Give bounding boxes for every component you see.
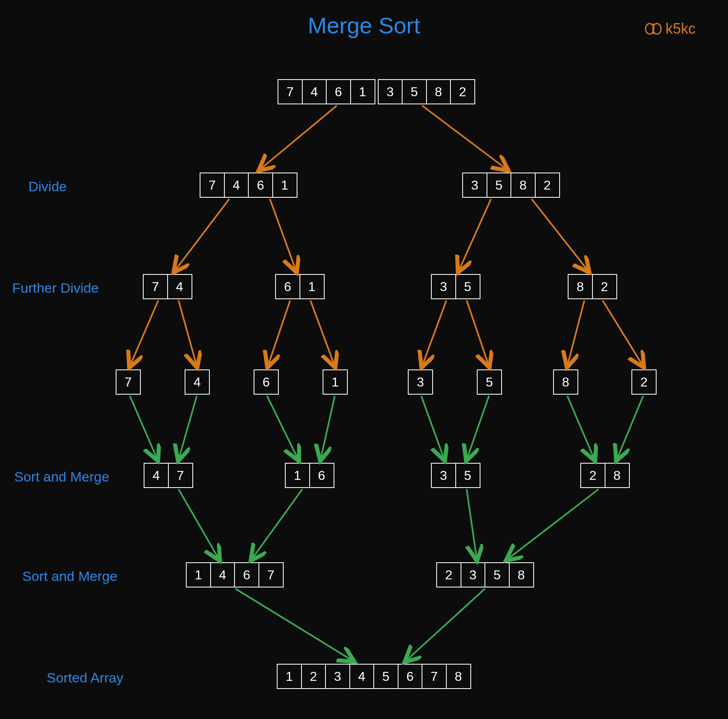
array-level3-7: 2 bbox=[631, 369, 657, 395]
cell: 3 bbox=[431, 463, 456, 488]
brand-text: k5kc bbox=[666, 20, 696, 37]
merge-arrow bbox=[321, 396, 335, 460]
array-level2-3: 8 2 bbox=[568, 274, 617, 299]
cell: 6 bbox=[309, 463, 334, 488]
stage-label-divide: Divide bbox=[28, 179, 67, 194]
array-level3-6: 8 bbox=[553, 369, 578, 395]
cell: 7 bbox=[422, 664, 447, 689]
merge-arrow bbox=[421, 396, 444, 460]
divide-arrow bbox=[270, 199, 296, 271]
cell: 1 bbox=[272, 173, 297, 198]
cell: 2 bbox=[301, 664, 326, 689]
merge-arrow bbox=[235, 589, 353, 661]
cell: 4 bbox=[302, 79, 327, 104]
stage-label-sort-merge-1: Sort and Merge bbox=[14, 469, 109, 485]
cell: 8 bbox=[446, 664, 471, 689]
cell: 5 bbox=[487, 173, 512, 198]
cell: 3 bbox=[431, 274, 456, 299]
divide-arrow bbox=[310, 300, 335, 366]
cell: 8 bbox=[426, 79, 451, 104]
divide-arrow bbox=[268, 300, 290, 366]
merge-arrow bbox=[507, 489, 599, 559]
divide-arrow bbox=[567, 300, 584, 366]
stage-label-sorted: Sorted Array bbox=[47, 670, 123, 686]
cell: 1 bbox=[186, 562, 211, 587]
merge-arrow bbox=[252, 489, 302, 559]
divide-arrow bbox=[467, 300, 489, 366]
array-level3-3: 1 bbox=[323, 369, 348, 395]
divide-arrow bbox=[422, 300, 446, 366]
cell: 5 bbox=[477, 369, 502, 395]
merge-arrow bbox=[617, 396, 643, 460]
cell: 8 bbox=[510, 173, 536, 198]
cell: 1 bbox=[350, 79, 375, 104]
array-level2-2: 3 5 bbox=[431, 274, 480, 299]
cell: 3 bbox=[378, 79, 403, 104]
divide-arrow bbox=[260, 106, 337, 170]
array-merge2-left: 1 4 6 7 bbox=[186, 562, 284, 587]
cell: 1 bbox=[277, 664, 302, 689]
cell: 7 bbox=[116, 369, 141, 395]
array-level3-0: 7 bbox=[116, 369, 141, 395]
cell: 6 bbox=[254, 369, 279, 395]
cell: 6 bbox=[398, 664, 423, 689]
cell: 8 bbox=[568, 274, 593, 299]
array-level3-2: 6 bbox=[254, 369, 279, 395]
cell: 4 bbox=[144, 463, 169, 488]
array-level2-0: 7 4 bbox=[143, 274, 192, 299]
cell: 3 bbox=[462, 173, 487, 198]
divide-arrow bbox=[422, 106, 507, 170]
arrows-layer bbox=[0, 0, 728, 719]
brand-logo: k5kc bbox=[644, 20, 696, 37]
array-merge2-right: 2 3 5 8 bbox=[436, 562, 534, 587]
merge-arrow bbox=[179, 489, 219, 559]
diagram-title: Merge Sort bbox=[0, 12, 728, 39]
cell: 3 bbox=[408, 369, 433, 395]
cell: 7 bbox=[258, 562, 284, 587]
cell: 7 bbox=[143, 274, 168, 299]
divide-arrow bbox=[459, 199, 491, 271]
cell: 6 bbox=[275, 274, 300, 299]
array-merge1-3: 2 8 bbox=[580, 463, 630, 488]
cell: 8 bbox=[605, 463, 630, 488]
cell: 4 bbox=[210, 562, 235, 587]
stage-label-further-divide: Further Divide bbox=[12, 280, 99, 296]
cell: 4 bbox=[224, 173, 249, 198]
cell: 6 bbox=[234, 562, 259, 587]
brand-icon bbox=[644, 23, 662, 35]
cell: 5 bbox=[402, 79, 427, 104]
cell: 1 bbox=[299, 274, 325, 299]
cell: 2 bbox=[592, 274, 617, 299]
cell: 8 bbox=[509, 562, 534, 587]
array-merge1-1: 1 6 bbox=[285, 463, 334, 488]
array-level1-left: 7 4 6 1 bbox=[200, 173, 297, 198]
stage-label-sort-merge-2: Sort and Merge bbox=[22, 568, 117, 584]
cell: 8 bbox=[553, 369, 578, 395]
cell: 2 bbox=[450, 79, 475, 104]
cell: 1 bbox=[285, 463, 310, 488]
cell: 4 bbox=[167, 274, 192, 299]
cell: 3 bbox=[461, 562, 486, 587]
cell: 5 bbox=[455, 274, 480, 299]
cell: 5 bbox=[373, 664, 398, 689]
cell: 2 bbox=[580, 463, 605, 488]
cell: 2 bbox=[535, 173, 560, 198]
cell: 5 bbox=[485, 562, 510, 587]
array-sorted: 1 2 3 4 5 6 7 8 bbox=[277, 664, 471, 689]
cell: 5 bbox=[455, 463, 480, 488]
array-level2-1: 6 1 bbox=[275, 274, 325, 299]
divide-arrow bbox=[130, 300, 158, 366]
divide-arrow bbox=[174, 199, 229, 271]
cell: 2 bbox=[436, 562, 461, 587]
array-level3-5: 5 bbox=[477, 369, 502, 395]
array-level3-1: 4 bbox=[185, 369, 210, 395]
divide-arrow bbox=[603, 300, 643, 366]
merge-arrow bbox=[179, 396, 197, 460]
merge-arrow bbox=[267, 396, 298, 460]
array-merge1-0: 4 7 bbox=[144, 463, 193, 488]
cell: 7 bbox=[278, 79, 303, 104]
cell: 6 bbox=[326, 79, 351, 104]
array-merge1-2: 3 5 bbox=[431, 463, 480, 488]
merge-arrow bbox=[406, 589, 485, 661]
divide-arrow bbox=[532, 199, 588, 271]
